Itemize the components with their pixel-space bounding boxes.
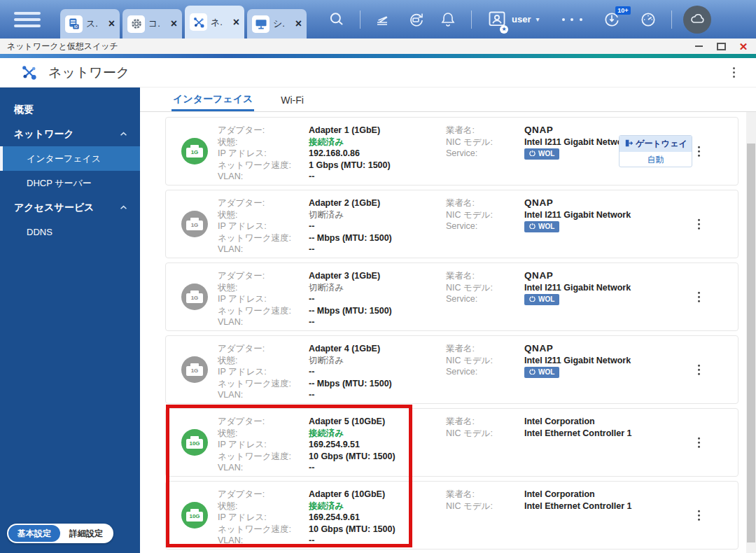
close-icon[interactable]: × [233, 17, 239, 28]
queue-button[interactable] [370, 6, 397, 34]
bell-icon [440, 11, 456, 28]
vendor-value: QNAP [524, 197, 635, 209]
speedometer-icon [639, 10, 657, 29]
sidebar-item-dhcp-server[interactable]: DHCP サーバー [0, 171, 140, 195]
adapter-menu-button[interactable] [695, 433, 704, 453]
user-avatar-icon: ★ [487, 10, 507, 29]
adapter-menu-button[interactable] [695, 141, 704, 162]
vendor-value: Intel Corporation [524, 489, 635, 500]
sidebar-item-ddns[interactable]: DDNS [0, 220, 140, 244]
maximize-icon [717, 43, 726, 50]
cloud-button[interactable] [683, 6, 711, 34]
advanced-settings-button[interactable]: 詳細設定 [60, 525, 112, 542]
gateway-icon [624, 139, 633, 150]
nic-label: NIC モデル: [446, 355, 524, 367]
svg-text:IO: IO [74, 25, 78, 29]
close-button[interactable]: ✕ [738, 41, 749, 52]
port-speed-badge: 1G [191, 149, 199, 155]
ip-label: IP アドレス: [218, 512, 309, 524]
status-value: 接続済み [309, 136, 446, 148]
app-tab-network[interactable]: ネ.× [185, 6, 244, 38]
scrollbar-track[interactable] [746, 112, 756, 553]
notifications-button[interactable] [435, 6, 461, 34]
app-tab-label: コ. [148, 18, 167, 30]
user-menu[interactable]: ★ user ▾ [483, 9, 544, 30]
port-speed-badge: 1G [191, 295, 199, 301]
adapter-menu-button[interactable] [695, 360, 704, 380]
nic-label: NIC モデル: [446, 209, 524, 221]
adapter-name: Adapter 2 (1GbE) [309, 197, 446, 209]
ip-label: IP アドレス: [218, 439, 309, 451]
scrollbar-thumb[interactable] [747, 144, 755, 542]
content-tabbar: インターフェイスWi-Fi [140, 88, 756, 112]
app-tab-label: ネ. [211, 16, 230, 29]
ip-label: IP アドレス: [218, 293, 309, 305]
close-icon[interactable]: × [108, 18, 115, 29]
minimize-button[interactable] [693, 41, 704, 52]
power-icon [529, 368, 536, 377]
nic-value: Intel Ethernet Controller 1 [524, 428, 635, 440]
gear-icon [127, 15, 145, 33]
background-tasks-button[interactable]: 10+ [598, 6, 625, 34]
more-options-button[interactable] [559, 6, 586, 34]
app-tab-system[interactable]: シ.× [247, 9, 307, 38]
sidebar: 概要ネットワークインターフェイスDHCP サーバーアクセスサービスDDNS 基本… [0, 88, 140, 553]
taskbar-divider [671, 10, 672, 29]
speed-label: ネットワーク速度: [218, 232, 309, 244]
status-value: 接続済み [309, 500, 446, 512]
status-value: 接続済み [309, 428, 446, 440]
resource-monitor-button[interactable] [635, 6, 662, 34]
ip-label: IP アドレス: [218, 220, 309, 232]
gateway-button[interactable]: ゲートウェイ自動 [619, 135, 692, 167]
service-label: Service: [446, 148, 524, 160]
adapter-card: 1Gアダプター:状態:IP アドレス:ネットワーク速度:VLAN:Adapter… [165, 117, 738, 186]
search-button[interactable] [323, 6, 350, 34]
cloud-icon [689, 11, 706, 28]
vendor-label: 業者名: [446, 489, 524, 500]
adapter-label: アダプター: [218, 416, 309, 428]
port-speed-badge: 1G [191, 222, 199, 228]
sidebar-item-network[interactable]: ネットワーク [0, 122, 140, 146]
sidebar-item-access-services[interactable]: アクセスサービス [0, 195, 140, 220]
app-tab-storage[interactable]: IOス.× [60, 9, 120, 38]
sidebar-item-overview[interactable]: 概要 [0, 97, 140, 122]
adapter-menu-button[interactable] [695, 214, 704, 234]
status-value: 切断済み [309, 355, 446, 367]
sidebar-item-interface[interactable]: インターフェイス [0, 146, 140, 171]
page-title: ネットワーク [48, 64, 727, 82]
queue-icon [375, 11, 392, 28]
speed-label: ネットワーク速度: [218, 378, 309, 390]
maximize-button[interactable] [715, 41, 727, 52]
adapter-label: アダプター: [218, 125, 309, 136]
close-icon[interactable]: × [171, 18, 177, 29]
service-label: Service: [446, 220, 524, 232]
tab-wifi[interactable]: Wi-Fi [279, 94, 305, 111]
basic-settings-button[interactable]: 基本設定 [8, 525, 60, 542]
sidebar-item-label: インターフェイス [27, 153, 101, 165]
adapter-label: アダプター: [218, 343, 309, 355]
header-menu-button[interactable] [727, 62, 741, 83]
close-icon[interactable]: × [295, 18, 302, 29]
nic-label: NIC モデル: [446, 500, 524, 512]
wol-badge: WOL [524, 294, 559, 305]
ip-value: 192.168.0.86 [309, 148, 446, 160]
nic-label: NIC モデル: [446, 428, 524, 440]
nic-label: NIC モデル: [446, 136, 524, 148]
app-tab-label: シ. [273, 18, 292, 30]
status-label: 状態: [218, 500, 309, 512]
ethernet-port-icon: 1G [181, 356, 208, 383]
app-tab-control-panel[interactable]: コ.× [122, 9, 182, 38]
desktop-taskbar: IOス.×コ.×ネ.×シ.× ★ user ▾ 10+ [0, 0, 756, 38]
vlan-label: VLAN: [218, 171, 309, 183]
nic-value: Intel Ethernet Controller 1 [524, 500, 635, 512]
main-menu-button[interactable] [14, 9, 43, 30]
service-label: Service: [446, 366, 524, 378]
vendor-label: 業者名: [446, 125, 524, 136]
vlan-value: -- [309, 389, 446, 401]
tab-interfaces[interactable]: インターフェイス [172, 93, 254, 111]
vlan-label: VLAN: [218, 535, 309, 547]
speed-value: -- Mbps (MTU: 1500) [309, 232, 446, 244]
sync-button[interactable] [402, 6, 429, 34]
adapter-menu-button[interactable] [695, 287, 704, 307]
adapter-menu-button[interactable] [695, 505, 704, 526]
